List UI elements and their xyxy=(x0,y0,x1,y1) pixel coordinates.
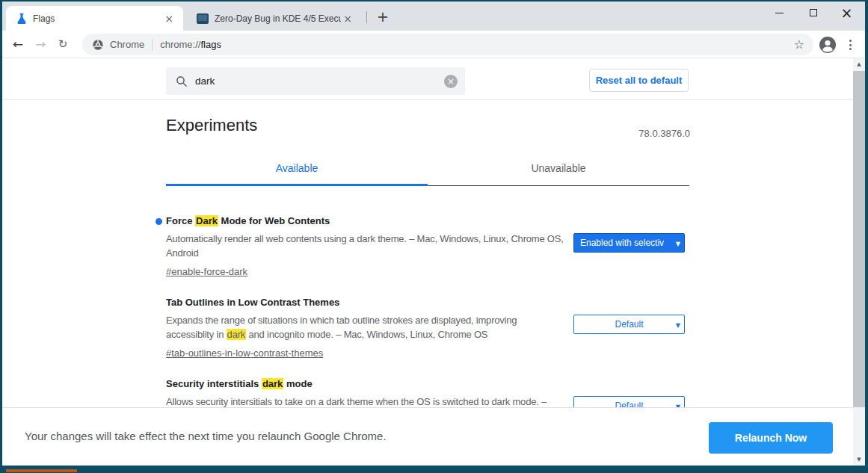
availability-tabs: Available Unavailable xyxy=(166,162,689,186)
clear-search-icon[interactable] xyxy=(444,75,458,88)
flag-description-text: and incognito mode. – Mac, Windows, Linu… xyxy=(246,329,487,340)
flag-title: Force Dark Mode for Web Contents xyxy=(166,215,566,226)
header-divider xyxy=(2,99,853,100)
flag-control: Default xyxy=(573,396,685,407)
maximize-button[interactable] xyxy=(796,1,830,24)
flag-title-text: mode xyxy=(283,378,312,389)
search-input[interactable] xyxy=(195,75,444,87)
window-controls xyxy=(763,1,864,24)
url-path: flags xyxy=(200,39,221,50)
flag-title-text: Mode for Web Contents xyxy=(218,215,330,226)
browser-menu-button[interactable] xyxy=(844,37,856,52)
flag-security-interstitials: Security interstitials dark mode Allows … xyxy=(166,377,689,407)
menu-dot-icon xyxy=(849,44,852,46)
chevron-down-icon xyxy=(676,241,680,247)
tab-flags[interactable]: Flags xyxy=(6,6,183,31)
url-scheme: chrome:// xyxy=(160,39,200,50)
dropdown-value: Enabled with selectiv xyxy=(580,238,664,248)
omnibox-divider xyxy=(152,39,153,51)
reload-button[interactable] xyxy=(52,33,74,55)
search-highlight: dark xyxy=(262,378,283,389)
scrollbar-thumb[interactable] xyxy=(853,71,865,407)
flask-icon xyxy=(16,13,27,25)
window-frame-left xyxy=(0,0,2,473)
tab-available[interactable]: Available xyxy=(166,162,428,186)
flag-text: Force Dark Mode for Web Contents Automat… xyxy=(166,215,566,278)
page-title: Experiments xyxy=(166,116,257,135)
tab-article[interactable]: Zero-Day Bug in KDE 4/5 Execute xyxy=(186,6,362,31)
minimize-icon xyxy=(775,13,784,13)
flag-control: Enabled with selectiv xyxy=(573,233,685,253)
tab-title: Zero-Day Bug in KDE 4/5 Execute xyxy=(215,13,341,24)
flag-title: Tab Outlines in Low Contrast Themes xyxy=(166,297,566,308)
tab-title: Flags xyxy=(33,13,162,24)
page-scrollbar[interactable] xyxy=(853,58,865,466)
search-highlight: Dark xyxy=(195,215,218,226)
relaunch-bar: Your changes will take effect the next t… xyxy=(2,407,853,466)
tab-unavailable[interactable]: Unavailable xyxy=(428,162,689,186)
origin-chip: Chrome xyxy=(110,39,144,50)
new-tab-button[interactable] xyxy=(373,7,393,26)
flag-force-dark-mode: Force Dark Mode for Web Contents Automat… xyxy=(166,214,689,295)
flag-description: Expands the range of situations in which… xyxy=(166,313,566,341)
tab-separator xyxy=(366,11,367,23)
flag-tab-outlines: Tab Outlines in Low Contrast Themes Expa… xyxy=(166,295,689,377)
maximize-icon xyxy=(810,9,817,16)
flag-control: Default xyxy=(573,315,685,334)
browser-window: Flags Zero-Day Bug in KDE 4/5 Execute xyxy=(0,0,868,473)
bookmark-star-icon[interactable] xyxy=(794,37,804,52)
forward-button[interactable] xyxy=(29,33,52,55)
avatar-icon xyxy=(819,36,837,54)
profile-avatar[interactable] xyxy=(819,36,837,57)
flag-permalink[interactable]: #enable-force-dark xyxy=(166,266,247,277)
window-frame-top xyxy=(0,0,868,1)
search-icon xyxy=(176,75,188,87)
reset-all-button[interactable]: Reset all to default xyxy=(589,69,689,92)
flag-title: Security interstitials dark mode xyxy=(166,378,566,389)
flags-list: Force Dark Mode for Web Contents Automat… xyxy=(166,214,689,407)
minimize-button[interactable] xyxy=(763,1,796,24)
flag-dropdown[interactable]: Enabled with selectiv xyxy=(573,233,685,253)
back-button[interactable] xyxy=(7,33,29,55)
window-frame-right xyxy=(865,0,868,473)
flag-dropdown[interactable]: Default xyxy=(573,315,685,334)
relaunch-message: Your changes will take effect the next t… xyxy=(25,430,387,442)
taskbar-accent xyxy=(6,469,77,472)
scroll-down-icon[interactable] xyxy=(853,454,865,466)
flag-permalink[interactable]: #tab-outlines-in-low-contrast-themes xyxy=(166,347,323,359)
flags-page: Reset all to default Experiments 78.0.38… xyxy=(2,58,853,407)
close-tab-icon[interactable] xyxy=(162,12,176,25)
window-frame-bottom xyxy=(0,466,868,473)
flags-search-box[interactable] xyxy=(166,67,465,95)
site-favicon xyxy=(197,13,209,24)
menu-dot-icon xyxy=(849,48,852,50)
address-bar[interactable]: Chrome chrome://flags xyxy=(82,34,813,55)
version-label: 78.0.3876.0 xyxy=(638,128,690,139)
flag-title-text: Security interstitials xyxy=(166,378,262,389)
flag-dropdown[interactable]: Default xyxy=(573,396,685,407)
close-tab-icon[interactable] xyxy=(341,12,354,25)
flag-description: Allows security intersitials to take on … xyxy=(166,395,566,407)
relaunch-now-button[interactable]: Relaunch Now xyxy=(709,422,833,454)
chrome-icon xyxy=(92,39,104,51)
flag-description: Automatically render all web contents us… xyxy=(166,232,566,260)
search-highlight: dark xyxy=(227,329,247,340)
close-button[interactable] xyxy=(830,1,864,24)
flag-text: Security interstitials dark mode Allows … xyxy=(166,378,566,407)
modified-flag-dot xyxy=(156,218,162,225)
tab-strip: Flags Zero-Day Bug in KDE 4/5 Execute xyxy=(2,1,865,31)
flag-text: Tab Outlines in Low Contrast Themes Expa… xyxy=(166,297,566,359)
chevron-down-icon xyxy=(676,322,680,329)
dropdown-value: Default xyxy=(615,319,643,330)
scroll-up-icon[interactable] xyxy=(853,58,865,70)
dropdown-value: Default xyxy=(615,401,643,407)
close-icon xyxy=(841,6,853,20)
flag-title-text: Force xyxy=(166,215,195,226)
browser-toolbar: Chrome chrome://flags xyxy=(2,31,865,58)
menu-dot-icon xyxy=(849,40,852,42)
